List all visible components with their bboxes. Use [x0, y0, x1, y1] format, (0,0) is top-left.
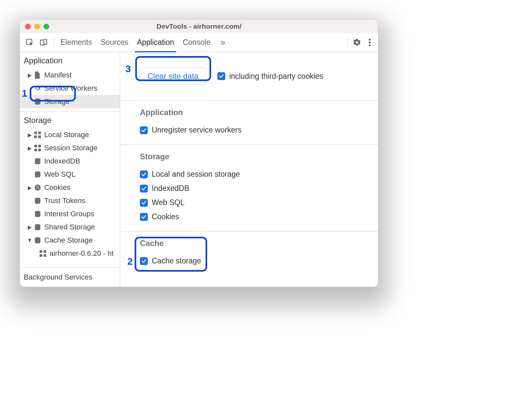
cookie-icon	[34, 184, 42, 192]
window-controls	[25, 24, 49, 29]
section-cache: Cache Cache storage	[120, 231, 378, 275]
sidebar-group-storage: Storage	[20, 112, 120, 128]
grid-icon	[39, 250, 47, 257]
sidebar-item-session-storage[interactable]: ▶ Session Storage	[20, 141, 120, 155]
inspect-icon[interactable]	[24, 37, 36, 48]
svg-point-19	[38, 186, 39, 187]
database-icon	[34, 223, 42, 231]
close-icon[interactable]	[25, 24, 31, 29]
svg-rect-27	[44, 250, 46, 253]
third-party-cookies-checkbox[interactable]: including third-party cookies	[217, 69, 323, 83]
database-icon	[34, 98, 42, 105]
database-icon	[34, 170, 42, 178]
checkbox-checked-icon	[140, 257, 148, 265]
divider	[347, 37, 348, 48]
chevron-right-icon[interactable]: ▶	[27, 72, 32, 78]
sidebar-item-cookies[interactable]: ▶ Cookies	[20, 181, 120, 194]
section-application: Application Unregister service workers	[120, 100, 378, 144]
svg-rect-14	[38, 149, 41, 151]
chevron-down-icon[interactable]: ▼	[27, 237, 32, 243]
chevron-right-icon[interactable]: ▶	[27, 224, 32, 230]
tab-application[interactable]: Application	[137, 33, 174, 52]
svg-point-3	[369, 39, 370, 41]
database-icon	[34, 157, 42, 165]
svg-rect-10	[38, 135, 41, 138]
more-icon[interactable]	[364, 37, 375, 48]
divider	[54, 37, 54, 48]
tab-sources[interactable]: Sources	[101, 33, 128, 52]
database-icon	[34, 210, 42, 218]
svg-point-20	[36, 188, 37, 189]
checkbox-indexeddb[interactable]: IndexedDB	[140, 181, 371, 195]
content-pane: Clear site data including third-party co…	[120, 52, 378, 287]
sidebar-item-manifest[interactable]: ▶ Manifest	[20, 69, 120, 82]
window-title: DevTools - airhorner.com/	[20, 22, 378, 30]
svg-point-18	[36, 186, 37, 187]
gear-icon[interactable]	[351, 37, 363, 48]
sidebar-item-trust-tokens[interactable]: ▶ Trust Tokens	[20, 194, 120, 207]
svg-point-21	[38, 188, 39, 189]
clear-site-data-button[interactable]: Clear site data	[140, 67, 206, 85]
svg-point-5	[369, 44, 370, 46]
svg-rect-9	[34, 135, 37, 138]
sidebar-item-storage[interactable]: ▶ Storage	[20, 95, 120, 108]
sidebar: Application ▶ Manifest ▶ Ser	[20, 52, 120, 287]
svg-rect-7	[34, 132, 37, 134]
checkbox-checked-icon	[140, 126, 148, 134]
sidebar-item-indexeddb[interactable]: ▶ IndexedDB	[20, 155, 120, 168]
sidebar-item-local-storage[interactable]: ▶ Local Storage	[20, 128, 120, 141]
panel-tabstrip: Elements Sources Application Console »	[20, 33, 378, 52]
overflow-icon[interactable]: »	[220, 37, 225, 47]
checkbox-cache-storage[interactable]: Cache storage	[140, 254, 371, 268]
sidebar-group-background-services: Background Services	[20, 267, 120, 287]
checkbox-checked-icon	[140, 213, 148, 221]
svg-rect-2	[44, 39, 47, 44]
sidebar-item-websql[interactable]: ▶ Web SQL	[20, 168, 120, 181]
devtools-window: DevTools - airhorner.com/ Elements Sourc…	[20, 20, 378, 287]
gear-icon	[34, 84, 42, 92]
sidebar-item-interest-groups[interactable]: ▶ Interest Groups	[20, 207, 120, 221]
svg-rect-11	[34, 145, 37, 147]
titlebar: DevTools - airhorner.com/	[20, 20, 378, 33]
grid-icon	[34, 131, 42, 139]
sidebar-item-cache-entry[interactable]: airhorner-0.6.20 - ht	[20, 247, 120, 260]
svg-rect-26	[40, 250, 42, 253]
sidebar-item-service-workers[interactable]: ▶ Service Workers	[20, 82, 120, 95]
device-mode-icon[interactable]	[38, 37, 49, 48]
svg-rect-8	[38, 132, 41, 134]
svg-point-4	[369, 42, 370, 44]
svg-rect-28	[40, 254, 42, 257]
checkbox-checked-icon	[140, 170, 148, 178]
svg-rect-12	[38, 145, 41, 147]
sidebar-item-cache-storage[interactable]: ▼ Cache Storage	[20, 234, 120, 247]
chevron-right-icon[interactable]: ▶	[27, 185, 32, 191]
checkbox-checked-icon	[217, 72, 225, 80]
checkbox-checked-icon	[140, 199, 148, 207]
checkbox-checked-icon	[140, 185, 148, 193]
tab-elements[interactable]: Elements	[60, 33, 92, 52]
sidebar-item-shared-storage[interactable]: ▶ Shared Storage	[20, 221, 120, 234]
maximize-icon[interactable]	[44, 24, 49, 29]
checkbox-local-session[interactable]: Local and session storage	[140, 167, 371, 181]
svg-point-17	[35, 185, 41, 191]
tab-console[interactable]: Console	[183, 33, 210, 52]
checkbox-websql[interactable]: Web SQL	[140, 195, 371, 210]
checkbox-cookies[interactable]: Cookies	[140, 210, 371, 224]
svg-rect-13	[34, 149, 37, 151]
database-icon	[34, 197, 42, 205]
grid-icon	[34, 144, 42, 152]
database-icon	[34, 236, 42, 244]
chevron-right-icon[interactable]: ▶	[27, 145, 32, 151]
file-icon	[34, 71, 42, 79]
checkbox-unregister-sw[interactable]: Unregister service workers	[140, 123, 371, 137]
chevron-right-icon[interactable]: ▶	[27, 132, 32, 138]
minimize-icon[interactable]	[34, 24, 40, 29]
svg-rect-29	[44, 254, 46, 257]
sidebar-group-application: Application	[20, 52, 120, 69]
section-storage: Storage Local and session storage Indexe…	[120, 144, 378, 231]
